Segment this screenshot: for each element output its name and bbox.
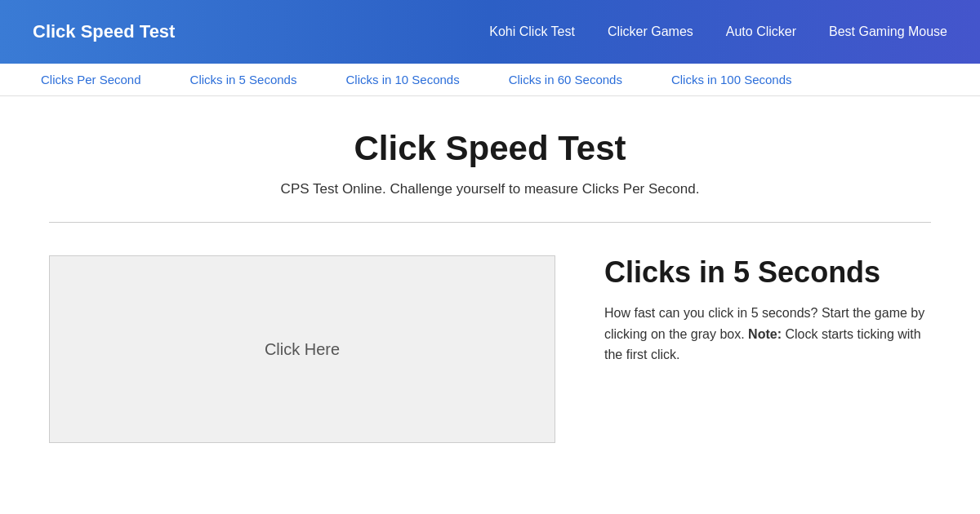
divider [49,222,931,223]
page-title: Click Speed Test [49,129,931,168]
subnav-clicks-in-100-seconds[interactable]: Clicks in 100 Seconds [647,64,817,95]
site-logo[interactable]: Click Speed Test [33,21,175,42]
click-box[interactable]: Click Here [49,255,555,443]
click-box-label: Click Here [265,340,340,359]
nav-best-gaming-mouse[interactable]: Best Gaming Mouse [829,24,947,39]
subnav-clicks-per-second[interactable]: Clicks Per Second [16,64,166,95]
nav-auto-clicker[interactable]: Auto Clicker [726,24,796,39]
click-box-container: Click Here [49,255,555,443]
page-subtitle: CPS Test Online. Challenge yourself to m… [49,181,931,197]
sub-nav: Clicks Per Second Clicks in 5 Seconds Cl… [0,64,980,96]
header-nav: Kohi Click Test Clicker Games Auto Click… [489,24,947,39]
nav-kohi-click-test[interactable]: Kohi Click Test [489,24,575,39]
info-section: Clicks in 5 Seconds How fast can you cli… [604,255,931,366]
info-title: Clicks in 5 Seconds [604,255,931,290]
info-note-label: Note: [748,327,782,341]
subnav-clicks-in-5-seconds[interactable]: Clicks in 5 Seconds [166,64,322,95]
nav-clicker-games[interactable]: Clicker Games [608,24,693,39]
content-section: Click Here Clicks in 5 Seconds How fast … [49,255,931,443]
main-content: Click Speed Test CPS Test Online. Challe… [0,96,980,476]
info-text: How fast can you click in 5 seconds? Sta… [604,303,931,366]
header: Click Speed Test Kohi Click Test Clicker… [0,0,980,64]
subnav-clicks-in-60-seconds[interactable]: Clicks in 60 Seconds [484,64,647,95]
subnav-clicks-in-10-seconds[interactable]: Clicks in 10 Seconds [321,64,483,95]
